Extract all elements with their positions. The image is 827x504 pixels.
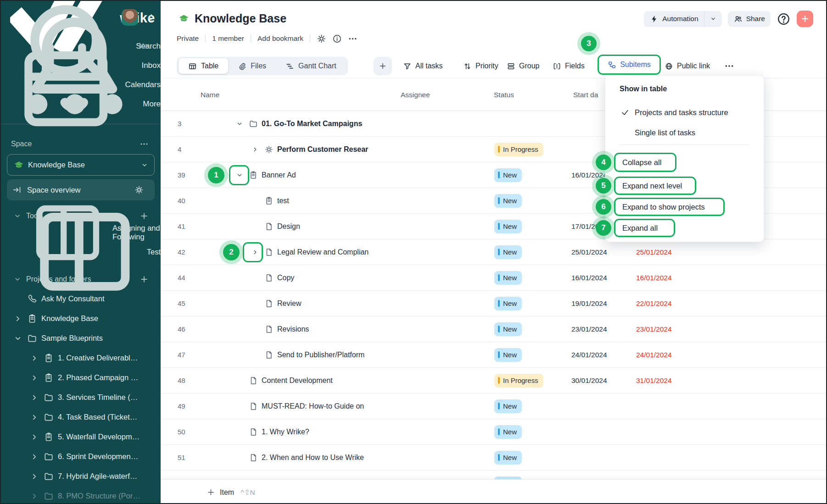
collapse-sidebar-icon[interactable] [145,12,156,23]
due-date[interactable]: 23/01/2024 [636,325,672,333]
sort-button[interactable]: Priority [463,57,498,75]
fields-button[interactable]: Fields [553,57,585,75]
tab-table[interactable]: Table [179,58,228,74]
due-date[interactable]: 16/01/2024 [636,274,672,282]
column-header-name[interactable]: Name [201,91,219,99]
chevron-right-icon[interactable] [29,491,39,501]
gear-icon[interactable] [134,185,144,194]
members-label[interactable]: 1 member [212,34,244,43]
status-badge[interactable]: New [494,425,522,439]
privacy-label[interactable]: Private [177,34,199,43]
plus-icon[interactable] [140,275,149,284]
subitems-button[interactable]: Subitems [598,55,661,75]
table-row[interactable]: 42Legal Review and ComplianNew25/01/2024… [161,239,827,265]
sidebar-section-projects[interactable]: Projects and folders [1,272,161,286]
column-header-assignee[interactable]: Assignee [401,91,430,99]
status-badge[interactable]: New [494,399,522,413]
space-selector[interactable]: Knowledge Base [7,154,155,176]
gear-icon[interactable] [317,34,326,44]
sidebar-item-space-overview[interactable]: Space overview [7,179,155,200]
tab-gantt-chart[interactable]: Gantt Chart [276,58,346,74]
chevron-right-icon[interactable] [29,412,39,422]
chevron-down-icon[interactable] [13,211,22,221]
chevron-right-icon[interactable] [29,432,39,442]
add-view-button[interactable] [374,57,392,75]
table-row[interactable]: 501. Why Wrike?New [161,419,827,445]
chevron-down-icon[interactable] [235,120,244,128]
sidebar-project-item[interactable]: 2. Phased Campaign … [1,368,161,388]
dropdown-option-single-list[interactable]: Single list of tasks [605,122,764,143]
sidebar-tool-item[interactable]: Test [1,242,161,261]
due-date[interactable]: 31/01/2024 [636,377,672,385]
start-date[interactable]: 24/01/2024 [571,351,607,359]
chevron-right-icon[interactable] [29,373,39,383]
sidebar-project-item[interactable]: Sample Blueprints [1,328,161,348]
plus-icon[interactable] [140,211,149,221]
due-date[interactable]: 22/01/2024 [636,299,672,308]
status-badge[interactable]: In Progress [494,143,543,156]
filter-button[interactable]: All tasks [403,57,443,75]
dropdown-action-collapse-all[interactable]: Collapse all [614,153,676,172]
start-date[interactable]: 30/01/2024 [571,377,607,385]
sidebar-project-item[interactable]: 1. Creative Deliverabl… [1,348,161,368]
status-badge[interactable]: New [494,451,522,465]
create-button[interactable] [797,11,813,27]
status-badge[interactable]: New [494,348,522,362]
due-date[interactable]: 25/01/2024 [636,248,672,256]
sidebar-project-item[interactable]: 3. Services Timeline (… [1,388,161,407]
table-row[interactable]: 512. When and How to Use WrikeNew [161,445,827,471]
status-badge[interactable]: New [494,271,522,285]
chevron-right-icon[interactable] [29,393,39,403]
status-badge[interactable]: In Progress [494,374,543,388]
chevron-right-icon[interactable] [251,145,259,154]
chevron-down-icon[interactable] [13,333,23,343]
sidebar-project-item[interactable]: 6. Sprint Developmen… [1,447,161,466]
status-badge[interactable]: New [494,168,522,182]
info-icon[interactable] [332,34,342,44]
table-row[interactable]: 47Send to Publisher/PlatformNew24/01/202… [161,342,827,368]
toolbar-more-button[interactable] [724,57,734,75]
sidebar-section-tools[interactable]: Tools [1,209,161,223]
sidebar-project-item[interactable]: Knowledge Base [1,309,161,328]
help-icon[interactable] [777,12,791,26]
column-header-status[interactable]: Status [494,91,514,99]
dropdown-action-expand-next-level[interactable]: Expand next level [614,177,696,195]
status-badge[interactable]: New [494,245,522,259]
sidebar-project-item[interactable]: 4. Task Based (Ticket… [1,407,161,427]
sidebar-project-item[interactable]: 7. Hybrid Agile-waterf… [1,466,161,486]
dropdown-action-expand-to-show-projects[interactable]: Expand to show projects [614,198,725,216]
table-row[interactable]: 49MUST-READ: How-to Guide onNew [161,393,827,419]
chevron-right-icon[interactable] [29,452,39,462]
chevron-right-icon[interactable] [29,471,39,482]
due-date[interactable]: 24/01/2024 [636,351,672,359]
status-badge[interactable]: New [494,194,522,208]
dropdown-option-projects-structure[interactable]: Projects and tasks structure [605,102,764,122]
more-dots-icon[interactable] [348,34,358,44]
status-badge[interactable]: New [494,297,522,310]
start-date[interactable]: 19/01/2024 [571,299,607,308]
sidebar-project-item[interactable]: 8. PMO Structure (Por… [1,486,161,503]
column-header-start-date[interactable]: Start da [573,91,598,99]
share-button[interactable]: Share [728,11,771,27]
public-link-button[interactable]: Public link [665,57,710,75]
space-menu-icon[interactable] [140,139,149,149]
add-bookmark-link[interactable]: Add bookmark [257,34,303,43]
chevron-right-icon[interactable] [13,314,23,324]
status-badge[interactable]: New [494,220,522,233]
chevron-down-icon[interactable] [710,15,717,22]
chevron-down-icon[interactable] [13,275,22,284]
tab-files[interactable]: Files [228,58,276,74]
status-badge[interactable]: New [494,322,522,336]
add-item-button[interactable]: Item [207,488,234,497]
automation-button[interactable]: Automation [644,11,721,27]
table-row[interactable]: 44CopyNew16/01/202416/01/2024 [161,265,827,291]
start-date[interactable]: 25/01/2024 [571,248,607,256]
table-row[interactable]: 48Content DevelopmentIn Progress30/01/20… [161,368,827,393]
table-row[interactable]: 46RevisionsNew23/01/202423/01/2024 [161,316,827,342]
chevron-right-icon[interactable] [29,353,39,363]
start-date[interactable]: 23/01/2024 [571,325,607,333]
dropdown-action-expand-all[interactable]: Expand all [614,219,675,237]
table-row[interactable]: 45ReviewNew19/01/202422/01/2024 [161,291,827,316]
sidebar-project-item[interactable]: 5. Waterfall Developm… [1,427,161,447]
start-date[interactable]: 16/01/2024 [571,274,607,282]
